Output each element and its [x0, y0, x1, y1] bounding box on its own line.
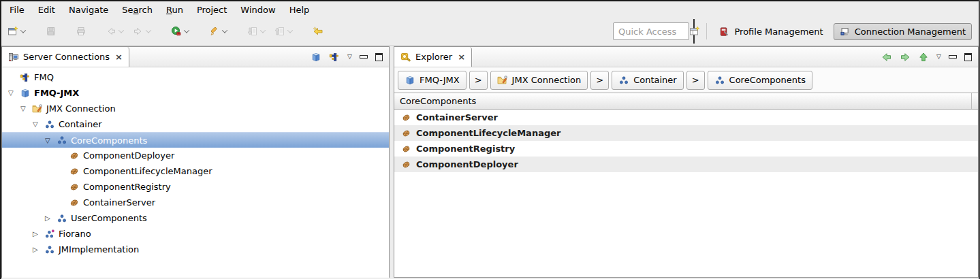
breadcrumb-separator-button[interactable]: > [590, 71, 609, 90]
breadcrumb-item-jmx connection[interactable]: JMX Connection [490, 71, 588, 90]
bean-icon [401, 159, 411, 169]
folder-tools-icon [497, 75, 508, 86]
explorer-panel: Explorer ▽ FMQ-JMX>JMX Connection>Contai… [394, 46, 979, 278]
perspective-items: Profile ManagementConnection Management [713, 23, 972, 40]
table-row[interactable]: ContainerServer [394, 110, 978, 125]
fetch-down-icon [247, 26, 258, 37]
table-row-label: ComponentLifecycleManager [416, 128, 560, 138]
chevron-down-icon[interactable] [184, 27, 189, 33]
table-row-label: ComponentRegistry [416, 144, 515, 154]
view-menu-icon[interactable]: ▽ [347, 54, 352, 60]
tree-item-label: JMX Connection [46, 103, 120, 114]
minimize-icon[interactable] [360, 55, 368, 59]
save-button [44, 21, 59, 42]
magnifier-icon [400, 52, 411, 63]
tree-item-label: UserComponents [71, 213, 151, 223]
close-icon[interactable] [115, 52, 123, 62]
bean-icon [401, 128, 411, 138]
tree-item-label: Fiorano [59, 229, 95, 239]
menu-item-project[interactable]: Project [190, 3, 234, 17]
nav-forward-green-icon[interactable] [900, 52, 911, 63]
window-border-top [0, 0, 980, 1]
explorer-tabbar: Explorer ▽ [394, 47, 978, 67]
table-row[interactable]: ComponentDeployer [394, 157, 978, 172]
chevron-expanded-icon[interactable]: ▽ [31, 120, 44, 128]
tree-item-fmq-jmx[interactable]: ▽FMQ-JMX [2, 85, 389, 101]
chevron-expanded-icon[interactable]: ▽ [6, 89, 20, 97]
tree-item-label: Container [59, 119, 106, 129]
quick-access-input[interactable] [613, 22, 689, 40]
nav-up-green-icon[interactable] [918, 52, 929, 63]
tree-item-fmq[interactable]: FMQ [2, 69, 389, 85]
tree-item-container[interactable]: ▽Container [2, 116, 389, 132]
tree-item-jmx connection[interactable]: ▽JMX Connection [2, 101, 389, 116]
tree-item-corecomponents[interactable]: ▽CoreComponents [2, 132, 389, 148]
tree-item-componentdeployer[interactable]: ComponentDeployer [2, 148, 389, 163]
application-window: FileEditNavigateSearchRunProjectWindowHe… [0, 0, 980, 279]
breadcrumb-item-container[interactable]: Container [612, 71, 684, 90]
search-button[interactable] [207, 21, 230, 42]
chevron-expanded-icon[interactable]: ▽ [18, 105, 32, 112]
run-button[interactable] [169, 21, 192, 42]
menu-item-search[interactable]: Search [115, 3, 159, 17]
back-button [104, 21, 127, 42]
perspective-bar: Profile ManagementConnection Management [689, 22, 972, 41]
new-wizard-button[interactable] [5, 21, 29, 42]
breadcrumb-item-fmq-jmx[interactable]: FMQ-JMX [398, 71, 467, 90]
window-border-left [0, 0, 1, 279]
chevron-collapsed-icon[interactable]: ▷ [31, 230, 44, 237]
tab-title: Server Connections [23, 52, 110, 62]
table-row[interactable]: ComponentRegistry [394, 141, 978, 157]
tree-item-label: CoreComponents [71, 135, 151, 146]
table-row[interactable]: ComponentLifecycleManager [394, 125, 978, 141]
new-wizard-icon [7, 26, 18, 37]
chevron-collapsed-icon[interactable]: ▷ [43, 214, 57, 222]
server-cube-icon[interactable] [311, 52, 321, 63]
tab-explorer[interactable]: Explorer [394, 47, 472, 67]
chevron-down-icon[interactable] [20, 27, 26, 33]
view-menu-icon[interactable]: ▽ [936, 54, 941, 60]
tree-item-componentregistry[interactable]: ComponentRegistry [2, 179, 389, 195]
fmq-connect-icon[interactable] [329, 52, 340, 63]
tree-item-fiorano[interactable]: ▷Fiorano [2, 226, 389, 242]
menu-item-window[interactable]: Window [234, 3, 282, 17]
tree-item-usercomponents[interactable]: ▷UserComponents [2, 210, 389, 226]
tree-item-componentlifecyclemanager[interactable]: ComponentLifecycleManager [2, 163, 389, 179]
last-edit-location-button[interactable] [311, 21, 326, 42]
cluster-icon [57, 135, 67, 146]
close-icon[interactable] [458, 52, 465, 62]
chevron-expanded-icon[interactable]: ▽ [43, 137, 57, 144]
nav-back-green-icon[interactable] [881, 52, 892, 63]
breadcrumb-item-corecomponents[interactable]: CoreComponents [708, 71, 812, 90]
save-icon [46, 26, 57, 37]
server-cube-icon [20, 88, 31, 99]
perspective-connection-management[interactable]: Connection Management [834, 23, 972, 40]
tab-server-connections[interactable]: Server Connections [2, 47, 129, 67]
menu-item-run[interactable]: Run [159, 3, 190, 17]
open-perspective-icon[interactable] [689, 26, 700, 37]
fmq-connect-icon [20, 72, 31, 83]
menu-bar: FileEditNavigateSearchRunProjectWindowHe… [1, 1, 979, 18]
breadcrumb-separator-button[interactable]: > [686, 71, 705, 90]
menu-item-edit[interactable]: Edit [31, 3, 62, 17]
tab-title: Explorer [415, 52, 452, 62]
menu-item-navigate[interactable]: Navigate [62, 3, 115, 17]
bean-icon [69, 150, 80, 161]
search-icon [209, 26, 220, 37]
tree-item-containerserver[interactable]: ContainerServer [2, 195, 389, 210]
toolbar-button-group [5, 18, 330, 44]
chevron-collapsed-icon[interactable]: ▷ [31, 246, 44, 253]
minimize-icon[interactable] [949, 55, 957, 59]
server-connections-tree: FMQ▽FMQ-JMX▽JMX Connection▽Container▽Cor… [2, 67, 389, 278]
bean-icon [69, 197, 80, 208]
breadcrumb-separator-button[interactable]: > [469, 71, 488, 90]
perspective-profile-management[interactable]: Profile Management [713, 23, 829, 40]
maximize-icon[interactable] [375, 53, 383, 61]
maximize-icon[interactable] [964, 53, 972, 61]
menu-item-file[interactable]: File [3, 3, 31, 17]
print-button [74, 21, 89, 42]
table-header-label: CoreComponents [400, 96, 476, 106]
chevron-down-icon[interactable] [222, 27, 227, 33]
menu-item-help[interactable]: Help [283, 3, 317, 17]
tree-item-jmimplementation[interactable]: ▷JMImplementation [2, 242, 389, 257]
